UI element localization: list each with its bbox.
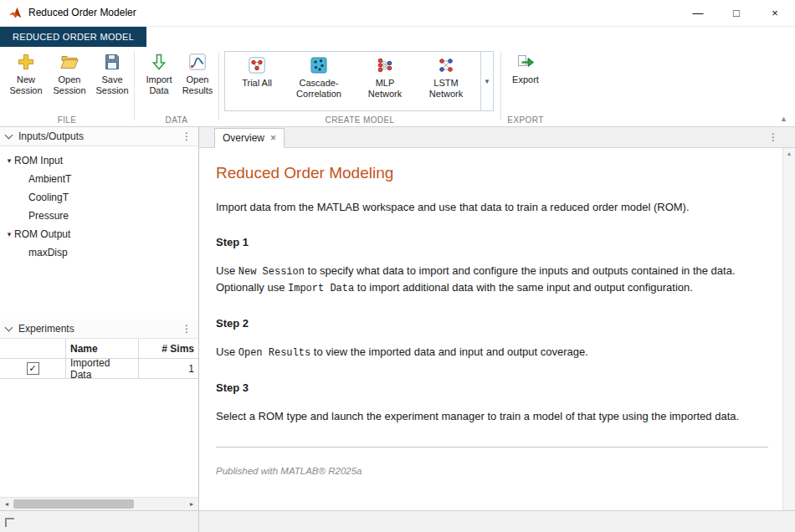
new-session-plus-icon [16,52,36,72]
intro-paragraph: Import data from the MATLAB workspace an… [216,200,770,216]
experiments-table: Name # Sims ✓ Imported Data 1 [0,339,198,379]
tree-item-coolingt[interactable]: CoolingT [0,188,198,207]
expand-arrow-icon[interactable]: ▾ [4,230,14,238]
vertical-scrollbar[interactable]: ▴ [782,148,795,510]
button-label: Session [95,85,128,96]
maximize-button[interactable]: □ [717,0,756,26]
scroll-up-icon[interactable]: ▴ [783,150,795,157]
cascade-correlation-icon [309,55,329,75]
published-footer: Published with MATLAB® R2025a [216,464,770,478]
open-session-button[interactable]: Open Session [49,52,90,96]
trial-all-button[interactable]: Trial All [230,55,284,89]
experiment-checkbox[interactable]: ✓ [27,362,39,375]
tree-item-label: AmbientT [28,173,71,185]
step2-text: Use Open Results to view the imported da… [216,345,770,361]
lstm-network-icon [436,55,456,75]
lstm-network-button[interactable]: LSTM Network [416,55,476,100]
chevron-down-icon[interactable] [5,131,13,140]
mlp-network-icon [375,55,395,75]
collapse-ribbon-button[interactable]: ▲ [780,115,787,123]
tree-item-label: ROM Input [14,155,63,166]
close-button[interactable]: × [756,0,794,26]
export-button[interactable]: Export [505,52,546,85]
tree-item-label: CoolingT [28,192,69,203]
button-label: Results [182,85,213,96]
inputs-outputs-panel-header[interactable]: Inputs/Outputs ⋮ [0,127,198,146]
create-model-group-label: CREATE MODEL [219,115,500,125]
tab-label: Overview [223,132,264,144]
experiment-name-cell: Imported Data [66,359,139,378]
button-label: Session [53,85,85,96]
resize-grip-icon[interactable] [5,518,14,527]
gallery-dropdown-button[interactable]: ▼ [480,52,493,110]
ribbon-tabstrip: REDUCED ORDER MODEL [0,27,795,47]
save-session-button[interactable]: Save Session [92,52,132,96]
gallery-item-label: Trial All [242,78,272,89]
results-curve-icon [187,52,208,72]
table-row[interactable]: ✓ Imported Data 1 [0,359,198,379]
button-label: New [17,74,35,85]
document-actions-menu[interactable]: ⋮ [767,127,780,148]
overview-document: Reduced Order Modeling Import data from … [216,148,770,510]
chevron-down-icon[interactable] [5,324,13,332]
checkbox-cell: ✓ [0,359,66,378]
status-bar [0,510,795,532]
code-new-session: New Session [238,266,305,278]
tree-item-label: ROM Output [14,228,70,240]
tree-item-maxdisp[interactable]: maxDisp [0,243,198,262]
experiments-menu[interactable]: ⋮ [180,323,193,335]
import-data-button[interactable]: Import Data [140,52,178,96]
trial-all-network-icon [247,55,267,75]
button-label: Session [9,85,42,96]
inputs-outputs-menu[interactable]: ⋮ [180,130,193,142]
experiments-panel-header[interactable]: Experiments ⋮ [0,320,198,339]
folder-open-icon [59,52,80,72]
gallery-item-label: Network [368,89,402,100]
left-sidebar: Inputs/Outputs ⋮ ▾ ROM Input AmbientT Co… [0,127,199,510]
tree-item-rom-output[interactable]: ▾ ROM Output [0,225,198,243]
model-gallery: Trial All Cascade- Correlation [224,51,494,111]
tree-item-pressure[interactable]: Pressure [0,207,198,225]
close-tab-icon[interactable]: × [270,132,276,144]
inputs-outputs-tree: ▾ ROM Input AmbientT CoolingT Pressure ▾… [0,146,198,320]
step1-text: Use New Session to specify what data to … [216,263,770,296]
scroll-left-icon[interactable]: ◂ [0,498,13,510]
status-bar-left [0,511,199,532]
step1-title: Step 1 [216,235,770,251]
tab-overview[interactable]: Overview × [214,128,285,148]
ribbon-group-create-model: Trial All Cascade- Correlation [219,47,500,126]
minimize-button[interactable]: — [679,0,717,26]
text-segment: to view the imported data and input and … [310,345,588,358]
tree-item-ambientt[interactable]: AmbientT [0,170,198,188]
cascade-correlation-button[interactable]: Cascade- Correlation [285,55,352,100]
code-open-results: Open Results [238,347,310,359]
experiments-title: Experiments [18,323,74,335]
ribbon-group-data: Import Data Open Results DATA [135,47,218,126]
experiment-sims-cell: 1 [139,359,198,378]
document-tabbar: Overview × ⋮ [199,127,795,148]
tree-item-rom-input[interactable]: ▾ ROM Input [0,151,198,170]
sims-column-header: # Sims [139,339,198,358]
scrollbar-thumb[interactable] [13,499,134,509]
open-results-button[interactable]: Open Results [178,52,217,96]
window-controls: — □ × [679,0,794,26]
scroll-right-icon[interactable]: ▸ [185,498,198,510]
export-arrow-icon [515,52,536,72]
matlab-icon [8,7,22,20]
mlp-network-button[interactable]: MLP Network [356,55,414,100]
save-icon [102,52,122,72]
step2-title: Step 2 [216,316,770,332]
tab-reduced-order-model[interactable]: REDUCED ORDER MODEL [0,27,146,47]
expand-arrow-icon[interactable]: ▾ [4,156,14,165]
export-group-label: EXPORT [501,115,550,125]
new-session-button[interactable]: New Session [5,52,47,96]
gallery-item-label: LSTM [433,78,458,89]
inputs-outputs-title: Inputs/Outputs [18,130,84,142]
document-area: Overview × ⋮ Reduced Order Modeling Impo… [199,127,795,510]
gallery-item-label: Cascade- [299,78,338,89]
check-icon: ✓ [28,364,36,373]
checkbox-column-header [0,339,66,358]
sidebar-horizontal-scrollbar[interactable]: ◂ ▸ [0,497,198,510]
file-group-label: FILE [0,115,134,125]
step3-title: Step 3 [216,381,770,396]
